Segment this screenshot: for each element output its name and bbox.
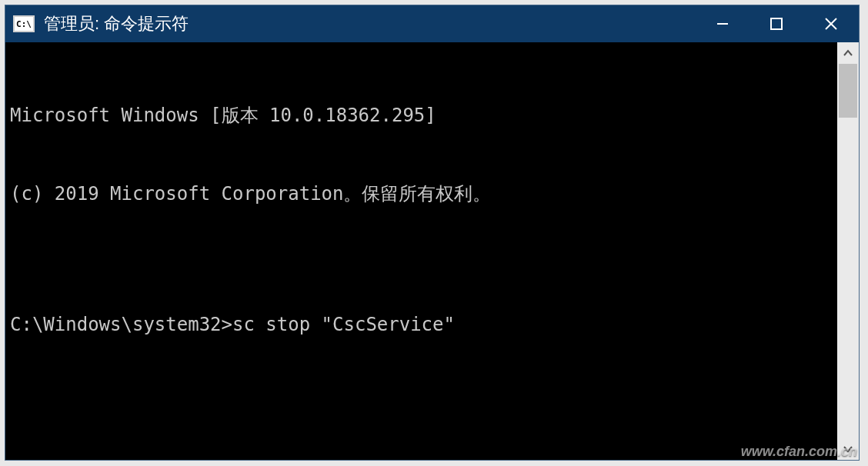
command-text: sc stop "CscService" xyxy=(232,314,455,335)
scrollbar-thumb[interactable] xyxy=(839,64,857,118)
cmd-icon-text: C:\ xyxy=(16,20,32,28)
prompt-text: C:\Windows\system32> xyxy=(10,314,232,335)
vertical-scrollbar[interactable] xyxy=(837,42,859,460)
svg-rect-1 xyxy=(771,18,782,29)
close-button[interactable] xyxy=(803,5,859,42)
titlebar-left: C:\ 管理员: 命令提示符 xyxy=(5,12,189,35)
maximize-button[interactable] xyxy=(749,5,803,42)
client-area: Microsoft Windows [版本 10.0.18362.295] (c… xyxy=(5,42,859,460)
scroll-up-arrow-icon[interactable] xyxy=(837,42,859,64)
terminal-output[interactable]: Microsoft Windows [版本 10.0.18362.295] (c… xyxy=(5,42,837,460)
minimize-button[interactable] xyxy=(696,5,749,42)
titlebar-buttons xyxy=(696,5,859,42)
window-title: 管理员: 命令提示符 xyxy=(44,12,189,35)
prompt-line: C:\Windows\system32>sc stop "CscService" xyxy=(10,311,833,338)
output-line-version: Microsoft Windows [版本 10.0.18362.295] xyxy=(10,102,833,128)
output-line-copyright: (c) 2019 Microsoft Corporation。保留所有权利。 xyxy=(10,181,833,207)
cmd-window: C:\ 管理员: 命令提示符 Microsoft Windows [版本 10.… xyxy=(5,5,860,461)
scroll-down-arrow-icon[interactable] xyxy=(837,438,859,460)
titlebar[interactable]: C:\ 管理员: 命令提示符 xyxy=(5,5,859,42)
cmd-icon: C:\ xyxy=(13,15,35,32)
scrollbar-track[interactable] xyxy=(837,64,859,438)
